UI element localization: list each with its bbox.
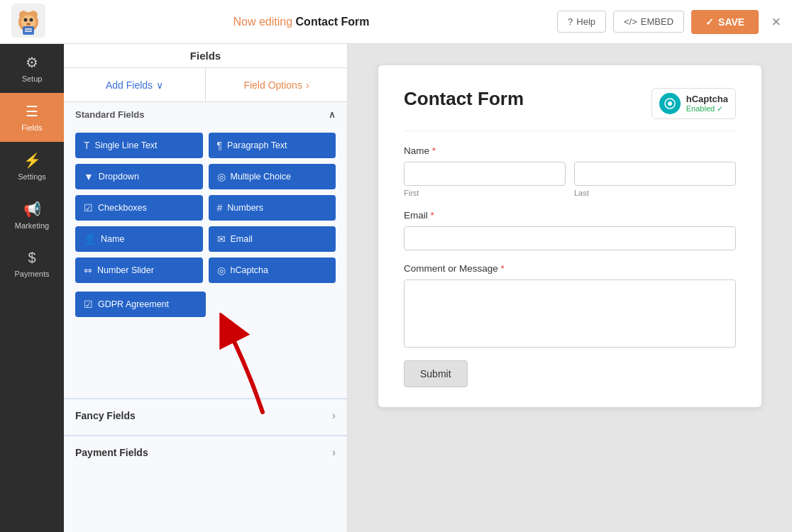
- captcha-icon: ◎: [217, 265, 226, 276]
- marketing-icon: 📢: [23, 201, 41, 218]
- sidebar-item-settings[interactable]: ⚡ Settings: [0, 142, 64, 191]
- embed-button[interactable]: </> EMBED: [613, 11, 684, 33]
- paragraph-icon: ¶: [217, 140, 223, 151]
- check-icon: ✓: [705, 16, 714, 28]
- field-btn-dropdown[interactable]: ▼ Dropdown: [75, 164, 203, 189]
- required-asterisk: *: [498, 263, 505, 274]
- logo: [11, 4, 45, 40]
- last-name-label: Last: [574, 189, 736, 197]
- form-field-comment: Comment or Message *: [404, 263, 736, 348]
- form-field-email: Email *: [404, 210, 736, 250]
- checkbox-icon: ☑: [84, 202, 93, 214]
- required-asterisk: *: [428, 210, 434, 221]
- svg-point-7: [26, 23, 31, 26]
- fields-panel: Fields Add Fields ∨ Field Options › Stan…: [64, 44, 348, 532]
- email-label: Email *: [404, 210, 736, 221]
- field-btn-number-slider[interactable]: ⇔ Number Slider: [75, 257, 203, 283]
- field-btn-gdpr[interactable]: ☑ GDPR Agreement: [75, 292, 206, 317]
- field-btn-paragraph-text[interactable]: ¶ Paragraph Text: [209, 133, 336, 158]
- form-divider: [404, 131, 736, 131]
- standard-fields-section: Standard Fields ∧: [64, 102, 347, 127]
- main-layout: ⚙ Setup ☰ Fields ⚡ Settings 📢 Marketing …: [0, 44, 792, 532]
- embed-icon: </>: [624, 16, 637, 27]
- field-btn-name[interactable]: 👤 Name: [75, 226, 203, 252]
- gear-icon: ⚙: [26, 54, 38, 71]
- fancy-fields-row[interactable]: Fancy Fields ›: [64, 399, 347, 432]
- first-name-input[interactable]: [404, 162, 566, 186]
- hcaptcha-label: hCaptcha: [686, 94, 728, 104]
- field-btn-multiple-choice[interactable]: ◎ Multiple Choice: [209, 164, 336, 189]
- hcaptcha-icon: [659, 93, 681, 114]
- checkmark-icon: ✓: [717, 104, 723, 113]
- last-name-input[interactable]: [574, 162, 736, 186]
- settings-icon: ⚡: [23, 152, 41, 169]
- close-button[interactable]: ×: [771, 13, 781, 31]
- svg-point-6: [30, 18, 33, 21]
- first-name-col: First: [404, 162, 566, 197]
- sidebar-item-payments[interactable]: $ Payments: [0, 240, 64, 288]
- field-btn-hcaptcha[interactable]: ◎ hCaptcha: [209, 257, 336, 283]
- field-btn-checkboxes[interactable]: ☑ Checkboxes: [75, 195, 203, 221]
- name-row: First Last: [404, 162, 736, 197]
- payment-fields-section: Payment Fields ›: [64, 435, 347, 469]
- topbar-actions: ? Help </> EMBED ✓ SAVE ×: [557, 10, 781, 34]
- comment-input[interactable]: [404, 279, 736, 348]
- last-name-col: Last: [574, 162, 736, 197]
- form-card: Contact Form hCaptcha Enabled ✓: [378, 65, 761, 407]
- fancy-fields-section: Fancy Fields ›: [64, 398, 347, 432]
- field-btn-email[interactable]: ✉ Email: [209, 226, 336, 252]
- email-input[interactable]: [404, 226, 736, 250]
- radio-icon: ◎: [217, 171, 226, 182]
- numbers-icon: #: [217, 202, 223, 214]
- name-label: Name *: [404, 145, 736, 156]
- field-btn-single-line-text[interactable]: T Single Line Text: [75, 133, 203, 158]
- hcaptcha-badge: hCaptcha Enabled ✓: [651, 88, 736, 119]
- panel-title: Fields: [64, 44, 347, 68]
- field-btn-numbers[interactable]: # Numbers: [209, 195, 336, 221]
- tab-field-options[interactable]: Field Options ›: [205, 68, 347, 101]
- chevron-right-icon: ›: [332, 446, 336, 459]
- sidebar-item-marketing[interactable]: 📢 Marketing: [0, 191, 64, 240]
- chevron-right-icon: ›: [306, 79, 309, 91]
- chevron-down-icon: ∨: [156, 79, 163, 91]
- question-icon: ?: [568, 16, 573, 27]
- save-button[interactable]: ✓ SAVE: [691, 10, 759, 34]
- slider-icon: ⇔: [84, 265, 92, 276]
- first-name-label: First: [404, 189, 566, 197]
- gdpr-icon: ☑: [84, 299, 93, 310]
- text-icon: T: [84, 140, 90, 151]
- svg-rect-8: [23, 26, 34, 35]
- form-preview-title: Contact Form: [404, 88, 524, 110]
- payment-fields-row[interactable]: Payment Fields ›: [64, 436, 347, 469]
- help-button[interactable]: ? Help: [557, 11, 606, 33]
- form-preview: Contact Form hCaptcha Enabled ✓: [348, 44, 792, 532]
- email-icon: ✉: [217, 233, 226, 245]
- sidebar-item-setup[interactable]: ⚙ Setup: [0, 44, 64, 93]
- submit-button[interactable]: Submit: [404, 360, 468, 387]
- fields-tabs: Add Fields ∨ Field Options ›: [64, 68, 347, 102]
- person-icon: 👤: [84, 233, 96, 245]
- fields-icon: ☰: [26, 103, 38, 120]
- topbar: Now editing Contact Form ? Help </> EMBE…: [0, 0, 792, 44]
- sidebar-item-fields[interactable]: ☰ Fields: [0, 93, 64, 142]
- form-field-name: Name * First Last: [404, 145, 736, 197]
- svg-point-14: [668, 101, 672, 106]
- chevron-right-icon: ›: [332, 409, 336, 422]
- field-buttons-grid: T Single Line Text ¶ Paragraph Text ▼ Dr…: [64, 127, 347, 292]
- comment-label: Comment or Message *: [404, 263, 736, 274]
- topbar-title: Now editing Contact Form: [45, 16, 557, 28]
- form-card-header: Contact Form hCaptcha Enabled ✓: [404, 88, 736, 119]
- svg-point-5: [24, 18, 28, 21]
- dropdown-icon: ▼: [84, 171, 94, 182]
- sidebar-nav: ⚙ Setup ☰ Fields ⚡ Settings 📢 Marketing …: [0, 44, 64, 532]
- required-asterisk: *: [429, 145, 436, 156]
- dollar-icon: $: [28, 250, 35, 266]
- tab-add-fields[interactable]: Add Fields ∨: [64, 68, 205, 101]
- chevron-up-icon: ∧: [329, 109, 336, 120]
- fields-panel-scroll: Standard Fields ∧ T Single Line Text ¶ P…: [64, 102, 347, 532]
- hcaptcha-status: Enabled ✓: [686, 104, 728, 113]
